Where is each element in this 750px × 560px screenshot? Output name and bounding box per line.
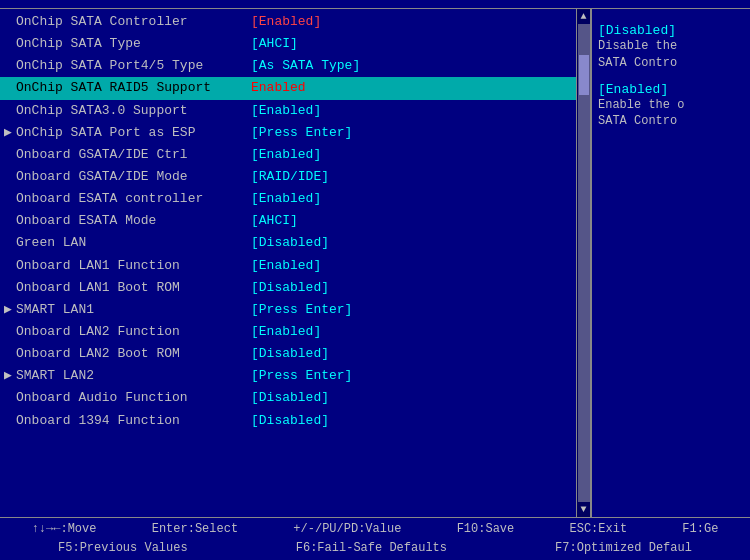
menu-row-14[interactable]: Onboard LAN2 Function[Enabled] xyxy=(0,321,576,343)
row-label-4: OnChip SATA3.0 Support xyxy=(16,101,251,121)
row-value-16: [Press Enter] xyxy=(251,366,352,386)
row-label-14: Onboard LAN2 Function xyxy=(16,322,251,342)
row-value-11: [Enabled] xyxy=(251,256,321,276)
row-label-10: Green LAN xyxy=(16,233,251,253)
menu-row-15[interactable]: Onboard LAN2 Boot ROM[Disabled] xyxy=(0,343,576,365)
menu-row-6[interactable]: Onboard GSATA/IDE Ctrl[Enabled] xyxy=(0,144,576,166)
bottom-key-0: ↑↓→←:Move xyxy=(32,520,97,539)
menu-row-18[interactable]: Onboard 1394 Function[Disabled] xyxy=(0,410,576,432)
bios-screen: OnChip SATA Controller[Enabled] OnChip S… xyxy=(0,0,750,560)
help-value-2: [Enabled] xyxy=(598,82,744,97)
right-panel: [Disabled] Disable theSATA Contro [Enabl… xyxy=(590,9,750,517)
row-value-1: [AHCI] xyxy=(251,34,298,54)
row-value-18: [Disabled] xyxy=(251,411,329,431)
menu-row-12[interactable]: Onboard LAN1 Boot ROM[Disabled] xyxy=(0,277,576,299)
bottom-key-5: F1:Ge xyxy=(682,520,718,539)
row-label-5: OnChip SATA Port as ESP xyxy=(16,123,251,143)
help-text-1: Disable theSATA Contro xyxy=(598,38,744,72)
help-block-1: [Disabled] Disable theSATA Contro xyxy=(598,23,744,72)
row-value-12: [Disabled] xyxy=(251,278,329,298)
scrollbar[interactable]: ▲ ▼ xyxy=(576,9,590,517)
menu-row-8[interactable]: Onboard ESATA controller[Enabled] xyxy=(0,188,576,210)
menu-row-11[interactable]: Onboard LAN1 Function[Enabled] xyxy=(0,255,576,277)
row-value-15: [Disabled] xyxy=(251,344,329,364)
row-value-5: [Press Enter] xyxy=(251,123,352,143)
menu-row-2[interactable]: OnChip SATA Port4/5 Type[As SATA Type] xyxy=(0,55,576,77)
row-label-0: OnChip SATA Controller xyxy=(16,12,251,32)
menu-row-0[interactable]: OnChip SATA Controller[Enabled] xyxy=(0,11,576,33)
row-label-11: Onboard LAN1 Function xyxy=(16,256,251,276)
menu-row-16[interactable]: ▶SMART LAN2[Press Enter] xyxy=(0,365,576,387)
row-label-17: Onboard Audio Function xyxy=(16,388,251,408)
help-block-2: [Enabled] Enable the oSATA Contro xyxy=(598,82,744,131)
main-area: OnChip SATA Controller[Enabled] OnChip S… xyxy=(0,9,750,517)
row-label-15: Onboard LAN2 Boot ROM xyxy=(16,344,251,364)
bottom-label-1: F6:Fail-Safe Defaults xyxy=(296,539,447,558)
row-value-17: [Disabled] xyxy=(251,388,329,408)
row-label-13: SMART LAN1 xyxy=(16,300,251,320)
row-label-9: Onboard ESATA Mode xyxy=(16,211,251,231)
menu-row-5[interactable]: ▶OnChip SATA Port as ESP[Press Enter] xyxy=(0,122,576,144)
row-label-3: OnChip SATA RAID5 Support xyxy=(16,78,251,98)
menu-row-7[interactable]: Onboard GSATA/IDE Mode[RAID/IDE] xyxy=(0,166,576,188)
bottom-key-2: +/-/PU/PD:Value xyxy=(293,520,401,539)
scrollbar-thumb xyxy=(579,55,589,95)
row-label-2: OnChip SATA Port4/5 Type xyxy=(16,56,251,76)
row-value-13: [Press Enter] xyxy=(251,300,352,320)
menu-row-4[interactable]: OnChip SATA3.0 Support[Enabled] xyxy=(0,100,576,122)
row-label-7: Onboard GSATA/IDE Mode xyxy=(16,167,251,187)
row-value-9: [AHCI] xyxy=(251,211,298,231)
bottom-key-3: F10:Save xyxy=(457,520,515,539)
bottom-key-4: ESC:Exit xyxy=(570,520,628,539)
row-label-12: Onboard LAN1 Boot ROM xyxy=(16,278,251,298)
row-value-2: [As SATA Type] xyxy=(251,56,360,76)
scrollbar-track xyxy=(578,24,590,502)
menu-row-10[interactable]: Green LAN[Disabled] xyxy=(0,232,576,254)
help-value-1: [Disabled] xyxy=(598,23,744,38)
bottom-row-1: ↑↓→←:MoveEnter:Select+/-/PU/PD:ValueF10:… xyxy=(4,520,746,539)
row-label-18: Onboard 1394 Function xyxy=(16,411,251,431)
menu-row-1[interactable]: OnChip SATA Type[AHCI] xyxy=(0,33,576,55)
row-value-8: [Enabled] xyxy=(251,189,321,209)
row-arrow-5: ▶ xyxy=(4,123,16,143)
row-value-0: [Enabled] xyxy=(251,12,321,32)
row-arrow-16: ▶ xyxy=(4,366,16,386)
menu-row-17[interactable]: Onboard Audio Function[Disabled] xyxy=(0,387,576,409)
scroll-down-arrow[interactable]: ▼ xyxy=(580,502,586,517)
title-bar xyxy=(0,0,750,9)
menu-row-9[interactable]: Onboard ESATA Mode[AHCI] xyxy=(0,210,576,232)
row-label-8: Onboard ESATA controller xyxy=(16,189,251,209)
bottom-row-2: F5:Previous ValuesF6:Fail-Safe DefaultsF… xyxy=(4,539,746,558)
row-label-16: SMART LAN2 xyxy=(16,366,251,386)
row-value-4: [Enabled] xyxy=(251,101,321,121)
bottom-bar: ↑↓→←:MoveEnter:Select+/-/PU/PD:ValueF10:… xyxy=(0,517,750,560)
row-arrow-13: ▶ xyxy=(4,300,16,320)
row-value-3: Enabled xyxy=(251,78,306,98)
row-value-7: [RAID/IDE] xyxy=(251,167,329,187)
row-value-14: [Enabled] xyxy=(251,322,321,342)
bottom-label-2: F7:Optimized Defaul xyxy=(555,539,692,558)
row-label-6: Onboard GSATA/IDE Ctrl xyxy=(16,145,251,165)
bottom-label-0: F5:Previous Values xyxy=(58,539,188,558)
help-text-2: Enable the oSATA Contro xyxy=(598,97,744,131)
row-label-1: OnChip SATA Type xyxy=(16,34,251,54)
menu-list: OnChip SATA Controller[Enabled] OnChip S… xyxy=(0,9,576,517)
menu-row-3[interactable]: OnChip SATA RAID5 SupportEnabled xyxy=(0,77,576,99)
row-value-6: [Enabled] xyxy=(251,145,321,165)
row-value-10: [Disabled] xyxy=(251,233,329,253)
menu-row-13[interactable]: ▶SMART LAN1[Press Enter] xyxy=(0,299,576,321)
bottom-key-1: Enter:Select xyxy=(152,520,238,539)
scroll-up-arrow[interactable]: ▲ xyxy=(580,9,586,24)
